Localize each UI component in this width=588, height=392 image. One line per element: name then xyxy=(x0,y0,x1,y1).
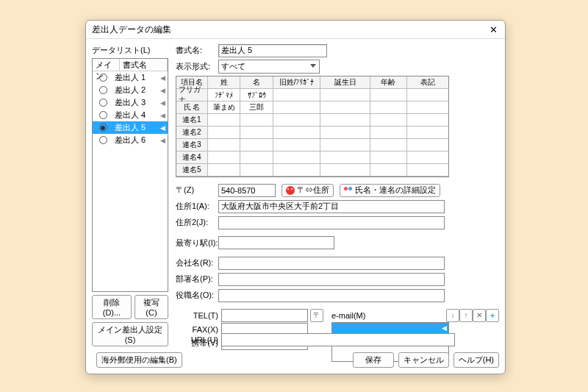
grid-cell-age[interactable] xyxy=(370,139,407,152)
list-item-label: 差出人 5 xyxy=(113,122,160,133)
overseas-edit-button[interactable]: 海外郵便用の編集(B) xyxy=(96,352,182,368)
grid-row[interactable]: 連名3 xyxy=(176,139,448,152)
grid-cell-sei[interactable] xyxy=(208,126,241,139)
title-input[interactable] xyxy=(218,289,445,302)
grid-cell-bd[interactable] xyxy=(320,139,370,152)
grid-cell-mei[interactable] xyxy=(240,139,273,152)
grid-cell-bd[interactable] xyxy=(320,114,370,126)
data-list-item[interactable]: 差出人 3◀ xyxy=(93,96,168,109)
tel-dropdown-icon[interactable]: 〒 xyxy=(310,309,323,322)
help-button[interactable]: ヘルプ(H) xyxy=(453,352,499,368)
grid-row-header: 連名3 xyxy=(176,139,208,152)
company-input[interactable] xyxy=(218,257,445,270)
grid-cell-furi[interactable] xyxy=(273,126,320,139)
window-title: 差出人データの編集 xyxy=(92,24,487,36)
titlebar: 差出人データの編集 ✕ xyxy=(86,21,505,39)
grid-cell-hyo[interactable] xyxy=(407,89,448,101)
grid-row[interactable]: フリガナﾌﾃﾞﾏﾒｻﾌﾞﾛｳ xyxy=(176,89,448,101)
grid-cell-furi[interactable] xyxy=(273,89,320,101)
grid-cell-hyo[interactable] xyxy=(407,101,448,114)
radio-icon[interactable] xyxy=(93,124,113,132)
grid-cell-bd[interactable] xyxy=(320,101,370,114)
grid-cell-sei[interactable]: ﾌﾃﾞﾏﾒ xyxy=(208,89,241,101)
grid-cell-bd[interactable] xyxy=(320,164,370,177)
grid-cell-hyo[interactable] xyxy=(407,114,448,126)
grid-cell-sei[interactable] xyxy=(208,114,241,126)
grid-cell-sei[interactable] xyxy=(208,139,241,152)
grid-cell-hyo[interactable] xyxy=(407,164,448,177)
main-sender-setting-button[interactable]: メイン差出人設定(S) xyxy=(92,322,168,346)
addr2-input[interactable] xyxy=(218,216,445,229)
data-list-item[interactable]: 差出人 1◀ xyxy=(93,71,168,84)
grid-cell-sei[interactable] xyxy=(208,152,241,164)
grid-cell-hyo[interactable] xyxy=(407,126,448,139)
grid-row[interactable]: 氏 名筆まめ三郎 xyxy=(176,101,448,114)
addr1-input[interactable] xyxy=(218,200,445,213)
grid-cell-mei[interactable] xyxy=(240,114,273,126)
grid-cell-bd[interactable] xyxy=(320,89,370,101)
grid-cell-mei[interactable] xyxy=(240,126,273,139)
dept-input[interactable] xyxy=(218,273,445,286)
grid-cell-furi[interactable] xyxy=(273,101,320,114)
radio-icon[interactable] xyxy=(93,99,113,107)
grid-cell-bd[interactable] xyxy=(320,126,370,139)
data-list-item[interactable]: 差出人 6◀ xyxy=(93,134,168,146)
grid-cell-sei[interactable] xyxy=(208,164,241,177)
grid-row-header: 連名4 xyxy=(176,152,208,164)
data-list-item[interactable]: 差出人 5◀ xyxy=(93,121,168,134)
grid-cell-mei[interactable] xyxy=(240,164,273,177)
tel-input[interactable] xyxy=(221,309,308,322)
email-up-icon[interactable]: ↑ xyxy=(459,309,473,322)
grid-row[interactable]: 連名1 xyxy=(176,114,448,126)
grid-cell-age[interactable] xyxy=(370,101,407,114)
grid-cell-age[interactable] xyxy=(370,126,407,139)
email-add-icon[interactable]: ＋ xyxy=(486,309,499,322)
grid-cell-age[interactable] xyxy=(370,114,407,126)
close-icon[interactable]: ✕ xyxy=(487,24,499,35)
col-name: 書式名 xyxy=(120,59,168,71)
station-input[interactable] xyxy=(218,236,334,249)
grid-row[interactable]: 連名2 xyxy=(176,126,448,139)
email-down-icon[interactable]: ↓ xyxy=(446,309,459,322)
grid-head-notation: 表記 xyxy=(407,76,448,89)
grid-cell-mei[interactable] xyxy=(240,152,273,164)
save-button[interactable]: 保存 xyxy=(353,352,394,368)
style-name-input[interactable] xyxy=(218,44,327,57)
data-list-item[interactable]: 差出人 2◀ xyxy=(93,84,168,96)
name-grid[interactable]: 項目名 姓 名 旧姓/ﾌﾘｶﾞﾅ 誕生日 年齢 表記 フリガナﾌﾃﾞﾏﾒｻﾌﾞﾛ… xyxy=(176,76,449,177)
grid-cell-bd[interactable] xyxy=(320,152,370,164)
display-format-select[interactable]: すべて xyxy=(218,60,320,74)
grid-cell-hyo[interactable] xyxy=(407,152,448,164)
grid-row-header: フリガナ xyxy=(176,89,208,101)
url-input[interactable] xyxy=(221,333,455,346)
grid-cell-furi[interactable] xyxy=(273,152,320,164)
grid-cell-furi[interactable] xyxy=(273,164,320,177)
list-item-label: 差出人 4 xyxy=(113,110,160,121)
zip-input[interactable] xyxy=(218,184,276,197)
data-list-item[interactable]: 差出人 4◀ xyxy=(93,109,168,121)
grid-cell-age[interactable] xyxy=(370,89,407,101)
cancel-button[interactable]: キャンセル xyxy=(398,352,449,368)
grid-cell-furi[interactable] xyxy=(273,139,320,152)
name-detail-button[interactable]: 氏名・連名の詳細設定 xyxy=(340,184,440,197)
radio-icon[interactable] xyxy=(93,86,113,94)
zip-address-button[interactable]: 〒⇔住所 xyxy=(282,184,334,197)
grid-row[interactable]: 連名5 xyxy=(176,164,448,177)
grid-row[interactable]: 連名4 xyxy=(176,152,448,164)
grid-cell-mei[interactable]: ｻﾌﾞﾛｳ xyxy=(240,89,273,101)
grid-row-header: 氏 名 xyxy=(176,101,208,114)
grid-cell-furi[interactable] xyxy=(273,114,320,126)
grid-cell-age[interactable] xyxy=(370,164,407,177)
radio-icon[interactable] xyxy=(93,111,113,119)
radio-icon[interactable] xyxy=(93,136,113,144)
grid-cell-mei[interactable]: 三郎 xyxy=(240,101,273,114)
grid-cell-age[interactable] xyxy=(370,152,407,164)
email-delete-icon[interactable]: ✕ xyxy=(473,309,486,322)
copy-button[interactable]: 複写(C) xyxy=(135,295,168,319)
email-list-row[interactable]: ◀ xyxy=(332,323,448,333)
radio-icon[interactable] xyxy=(93,74,113,82)
grid-cell-hyo[interactable] xyxy=(407,139,448,152)
delete-button[interactable]: 削除(D)... xyxy=(92,295,132,319)
grid-head-birthday: 誕生日 xyxy=(320,76,370,89)
grid-cell-sei[interactable]: 筆まめ xyxy=(208,101,241,114)
